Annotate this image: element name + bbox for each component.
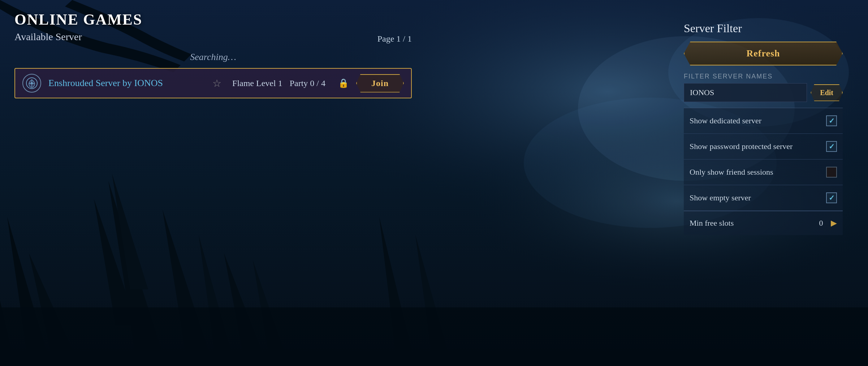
- min-free-slots-row: Min free slots 0 ▶: [684, 211, 843, 235]
- filter-name-row: Edit: [684, 83, 843, 102]
- filter-names-label: FILTER SERVER NAMES: [684, 73, 843, 80]
- filter-title: Server Filter: [684, 22, 843, 35]
- server-filter-panel: Server Filter Refresh FILTER SERVER NAME…: [684, 22, 843, 235]
- filter-option-password: Show password protected server: [684, 134, 843, 159]
- slots-arrow-right-icon[interactable]: ▶: [831, 218, 837, 228]
- filter-empty-checkbox[interactable]: [826, 192, 837, 203]
- main-content: ONLINE GAMES Available Server Page 1 / 1…: [0, 0, 868, 366]
- left-panel: ONLINE GAMES Available Server Page 1 / 1…: [14, 11, 412, 355]
- page-title: ONLINE GAMES: [14, 11, 412, 28]
- layout: ONLINE GAMES Available Server Page 1 / 1…: [14, 11, 854, 355]
- filter-password-label: Show password protected server: [690, 142, 793, 151]
- section-label: Available Server: [14, 31, 82, 43]
- slots-value: 0: [816, 218, 826, 228]
- refresh-button[interactable]: Refresh: [684, 42, 843, 65]
- filter-option-empty: Show empty server: [684, 185, 843, 211]
- filter-password-checkbox[interactable]: [826, 141, 837, 152]
- top-row: Available Server Page 1 / 1: [14, 31, 412, 50]
- filter-dedicated-checkbox[interactable]: [826, 115, 837, 126]
- server-name: Enshrouded Server by IONOS: [48, 78, 205, 89]
- filter-dedicated-label: Show dedicated server: [690, 116, 761, 125]
- edit-button[interactable]: Edit: [811, 84, 843, 101]
- filter-name-input[interactable]: [684, 83, 807, 102]
- slots-label: Min free slots: [690, 218, 734, 228]
- searching-text: Searching…: [14, 52, 412, 63]
- join-button[interactable]: Join: [356, 74, 404, 93]
- slots-control: 0 ▶: [816, 218, 837, 228]
- filter-options: Show dedicated server Show password prot…: [684, 108, 843, 211]
- filter-option-friend: Only show friend sessions: [684, 159, 843, 185]
- filter-option-dedicated: Show dedicated server: [684, 108, 843, 134]
- party-info: Party 0 / 4: [290, 78, 325, 88]
- filter-empty-label: Show empty server: [690, 193, 751, 203]
- favorite-star-icon[interactable]: ☆: [212, 77, 221, 89]
- server-row: Enshrouded Server by IONOS ☆ Flame Level…: [14, 68, 412, 98]
- filter-friend-label: Only show friend sessions: [690, 167, 773, 177]
- lock-icon: 🔒: [338, 78, 349, 88]
- filter-friend-checkbox[interactable]: [826, 167, 837, 178]
- flame-level: Flame Level 1: [232, 78, 282, 88]
- page-info: Page 1 / 1: [377, 34, 412, 44]
- server-icon: [22, 74, 41, 93]
- svg-point-20: [31, 82, 33, 84]
